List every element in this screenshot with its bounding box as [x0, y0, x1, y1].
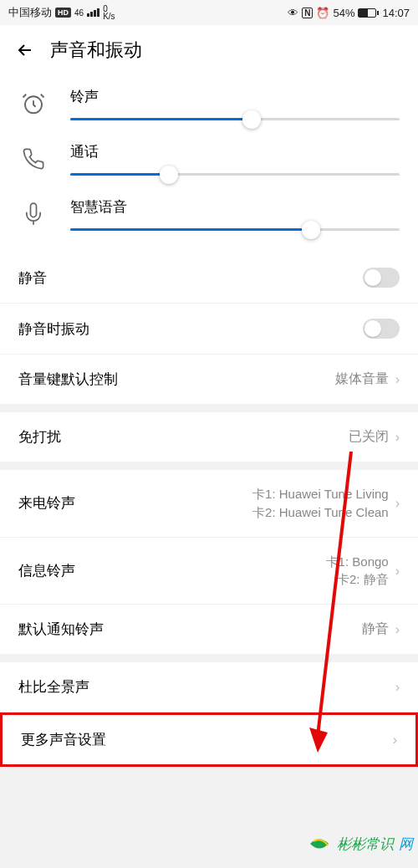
- ringtone-call-sim1: 卡1: Huawei Tune Living: [252, 485, 389, 503]
- back-icon[interactable]: [15, 40, 35, 60]
- watermark-suffix: 网: [399, 835, 413, 854]
- volume-sliders: 铃声 通话 智慧语音: [0, 75, 418, 253]
- row-volume-key-label: 音量键默认控制: [18, 370, 118, 389]
- watermark-logo-icon: [307, 833, 332, 855]
- row-volume-key[interactable]: 音量键默认控制 媒体音量 ›: [0, 355, 418, 404]
- carrier-text: 中国移动: [8, 5, 52, 20]
- chevron-icon: ›: [395, 372, 400, 387]
- slider-call-label: 通话: [70, 142, 400, 161]
- row-volume-key-value: 媒体音量: [335, 370, 389, 388]
- ringtone-call-sim2: 卡2: Huawei Tune Clean: [252, 503, 389, 522]
- chevron-icon: ›: [395, 622, 400, 637]
- battery-pct: 54%: [333, 7, 354, 19]
- row-dnd-value: 已关闭: [349, 428, 389, 446]
- row-vibrate-label: 静音时振动: [18, 319, 89, 339]
- ringtone-msg-sim2: 卡2: 静音: [337, 570, 389, 589]
- alarm-clock-icon: [18, 91, 48, 116]
- watermark-text: 彬彬常识: [337, 835, 394, 854]
- mic-icon: [18, 202, 48, 226]
- battery-icon: [358, 8, 379, 18]
- row-vibrate-on-mute[interactable]: 静音时振动: [0, 304, 418, 354]
- slider-ringtone-label: 铃声: [70, 87, 400, 106]
- toggle-vibrate[interactable]: [363, 319, 400, 339]
- phone-icon: [18, 147, 48, 171]
- hd-badge: HD: [55, 8, 71, 18]
- net-type: 46: [74, 8, 84, 18]
- row-mute[interactable]: 静音: [0, 253, 418, 303]
- row-mute-label: 静音: [18, 268, 47, 288]
- ringtone-msg-sim1: 卡1: Bongo: [326, 553, 389, 571]
- page-title: 声音和振动: [50, 38, 142, 63]
- row-ringtone-call[interactable]: 来电铃声 卡1: Huawei Tune Living 卡2: Huawei T…: [0, 470, 418, 537]
- eye-icon: 👁: [288, 7, 298, 19]
- chevron-icon: ›: [393, 733, 397, 748]
- net-speed: 0 K/s: [103, 5, 115, 20]
- nfc-icon: N: [302, 8, 313, 18]
- toggle-mute[interactable]: [363, 268, 400, 288]
- row-more-label: 更多声音设置: [21, 730, 106, 749]
- watermark: 彬彬常识网: [307, 833, 413, 855]
- row-dolby-label: 杜比全景声: [18, 677, 89, 697]
- row-ringtone-default-value: 静音: [362, 620, 389, 638]
- slider-call-track[interactable]: [70, 173, 400, 176]
- row-ringtone-call-label: 来电铃声: [18, 493, 75, 513]
- row-dolby[interactable]: 杜比全景声 ›: [0, 662, 418, 712]
- row-dnd[interactable]: 免打扰 已关闭 ›: [0, 412, 418, 462]
- row-ringtone-msg-label: 信息铃声: [18, 561, 75, 580]
- row-more-sound[interactable]: 更多声音设置 ›: [0, 712, 418, 767]
- row-dnd-label: 免打扰: [18, 427, 61, 447]
- clock-time: 14:07: [382, 7, 410, 19]
- slider-ringtone-track[interactable]: [70, 118, 400, 120]
- status-bar: 中国移动 HD 46 0 K/s 👁 N ⏰ 54% 14:07: [0, 0, 418, 25]
- signal-icon: [87, 8, 99, 17]
- chevron-icon: ›: [395, 430, 400, 445]
- slider-call: 通话: [0, 134, 418, 189]
- app-header: 声音和振动: [0, 25, 418, 75]
- row-ringtone-msg[interactable]: 信息铃声 卡1: Bongo 卡2: 静音 ›: [0, 538, 418, 605]
- slider-ringtone: 铃声: [0, 79, 418, 134]
- row-ringtone-default[interactable]: 默认通知铃声 静音 ›: [0, 605, 418, 654]
- slider-voice-track[interactable]: [70, 228, 400, 231]
- slider-voice: 智慧语音: [0, 189, 418, 244]
- slider-voice-label: 智慧语音: [70, 197, 400, 217]
- row-ringtone-default-label: 默认通知铃声: [18, 620, 104, 639]
- chevron-icon: ›: [395, 493, 400, 513]
- chevron-icon: ›: [395, 561, 400, 580]
- alarm-icon: ⏰: [316, 7, 329, 19]
- chevron-icon: ›: [395, 680, 400, 695]
